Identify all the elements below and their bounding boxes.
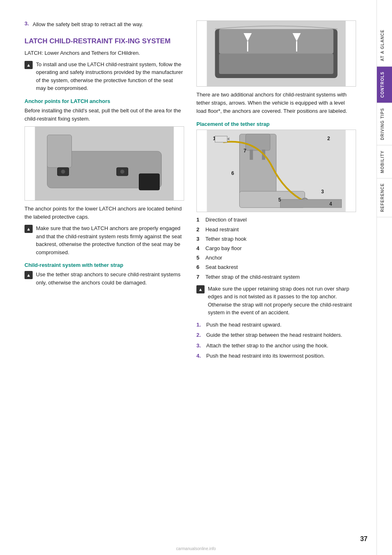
label-item-7: 7 Tether strap of the child-restraint sy… [196,273,356,281]
tether-subheading: Child-restraint system with tether strap [24,262,184,268]
svg-rect-25 [215,136,227,142]
latch-diagram-box [24,126,184,201]
warning-block-1: ▲ To install and use the LATCH child-res… [24,60,184,92]
warning-icon-2: ▲ [24,225,33,233]
step-num-4: 4. [196,352,203,360]
anchor-subheading: Anchor points for LATCH anchors [24,98,184,104]
watermark: carmanualsonline.info [176,546,216,551]
sidebar-tab-at-a-glance[interactable]: AT A GLANCE [377,25,392,67]
label-text-7: Tether strap of the child-restraint syst… [205,273,300,281]
label-text-5: Anchor [205,254,222,262]
label-item-6: 6 Seat backrest [196,264,356,271]
warning-block-tether: ▲ Use the tether strap anchors to secure… [24,271,184,286]
label-text-4: Cargo bay floor [205,245,242,252]
step-3-num: 3. [24,20,33,29]
step-text-2: Guide the tether strap between the head … [206,331,342,339]
label-item-4: 4 Cargo bay floor [196,245,356,252]
label-num-2: 2 [196,226,202,233]
latch-intro: LATCH: Lower Anchors and Tethers for CHi… [24,49,184,57]
right-sidebar: AT A GLANCE CONTROLS DRIVING TIPS MOBILI… [376,0,392,555]
right-column: There are two additional anchors for chi… [196,20,356,363]
label-num-4: 4 [196,245,202,252]
ordered-step-3: 3. Attach the tether strap to the anchor… [196,342,356,350]
svg-text:4: 4 [330,201,332,207]
warning-icon-1: ▲ [24,61,33,69]
ordered-steps: 1. Push the head restraint upward. 2. Gu… [196,321,356,360]
seat-latch-diagram [25,127,184,200]
label-num-7: 7 [196,273,202,281]
svg-text:2: 2 [327,136,330,141]
step-3-text: Allow the safety belt strap to retract a… [33,20,143,29]
diagram-labels-list: 1 Direction of travel 2 Head restraint 3… [196,216,356,280]
svg-rect-19 [246,134,270,150]
svg-point-7 [120,170,125,174]
svg-text:7: 7 [244,148,247,154]
sidebar-tab-reference[interactable]: REFERENCE [377,178,392,217]
svg-rect-23 [281,199,342,208]
label-item-2: 2 Head restraint [196,226,356,233]
label-num-1: 1 [196,216,202,224]
svg-text:6: 6 [232,170,234,176]
sidebar-tab-controls[interactable]: CONTROLS [377,67,392,103]
warning-text-1: To install and use the LATCH child-restr… [36,60,184,92]
label-text-6: Seat backrest [205,264,238,271]
label-text-1: Direction of travel [205,216,247,224]
step-num-2: 2. [196,331,203,339]
ordered-step-2: 2. Guide the tether strap between the he… [196,331,356,339]
trunk-caption: There are two additional anchors for chi… [196,91,356,115]
svg-rect-10 [219,54,334,74]
trunk-diagram-box [196,20,356,87]
tether-placement-diagram-box: 1 2 3 4 5 6 [196,130,356,212]
warning-text-2: Make sure that the two LATCH anchors are… [36,224,184,256]
trunk-diagram [197,21,356,86]
tether-warning-text: Use the tether strap anchors to secure c… [36,271,184,286]
svg-rect-11 [219,29,334,54]
anchor-body-text: Before installing the child's seat, pull… [24,107,184,123]
svg-rect-2 [47,135,72,168]
label-num-6: 6 [196,264,202,271]
page-number: 37 [360,535,368,543]
step-3: 3. Allow the safety belt strap to retrac… [24,20,184,29]
svg-rect-20 [250,150,253,160]
main-content: 3. Allow the safety belt strap to retrac… [0,0,376,555]
warning-icon-3: ▲ [196,285,205,293]
latch-section-heading: LATCH CHILD-RESTRAINT FIX-ING SYSTEM [24,37,184,46]
label-text-3: Tether strap hook [205,235,246,243]
step-num-1: 1. [196,321,203,329]
ordered-step-4: 4. Push the head restraint into its lowe… [196,352,356,360]
label-num-3: 3 [196,235,202,243]
label-text-2: Head restraint [205,226,239,233]
svg-text:3: 3 [321,189,324,195]
label-num-5: 5 [196,254,202,262]
left-column: 3. Allow the safety belt strap to retrac… [24,20,184,363]
label-item-5: 5 Anchor [196,254,356,262]
warning-icon-tether: ▲ [24,271,33,279]
tether-placement-heading: Placement of the tether strap [196,121,356,127]
svg-text:5: 5 [278,197,281,203]
svg-rect-5 [139,174,160,190]
warning-block-3: ▲ Make sure the upper retaining strap do… [196,285,356,317]
svg-point-6 [61,170,65,174]
step-text-1: Push the head restraint upward. [206,321,281,329]
label-item-1: 1 Direction of travel [196,216,356,224]
tether-placement-diagram: 1 2 3 4 5 6 [197,130,356,212]
warning-block-2: ▲ Make sure that the two LATCH anchors a… [24,224,184,256]
step-text-4: Push the head restraint into its lowermo… [206,352,325,360]
step-num-3: 3. [196,342,203,350]
step-text-3: Attach the tether strap to the anchor us… [206,342,328,350]
warning-text-3: Make sure the upper retaining strap does… [208,285,356,317]
sidebar-tab-driving-tips[interactable]: DRIVING TIPS [377,103,392,145]
ordered-step-1: 1. Push the head restraint upward. [196,321,356,329]
sidebar-tab-mobility[interactable]: MOBILITY [377,145,392,179]
label-item-3: 3 Tether strap hook [196,235,356,243]
anchor-caption: The anchor points for the lower LATCH an… [24,205,184,221]
